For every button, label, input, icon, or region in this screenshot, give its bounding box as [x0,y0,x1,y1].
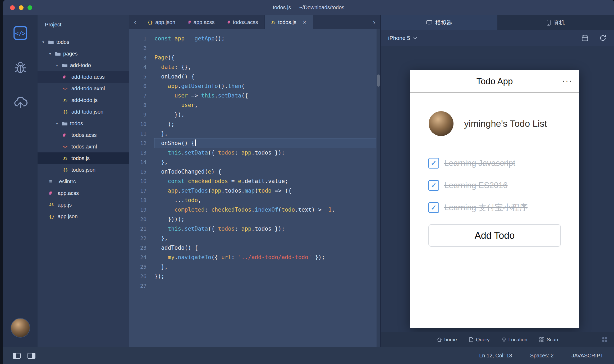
code-text: ); [154,119,376,129]
tree-folder-todos[interactable]: ▾todos [38,118,129,129]
tree-file-.eslintrc[interactable]: ≡.eslintrc [38,176,129,187]
code-line-12[interactable]: 12 onShow() { [129,138,380,148]
code-line-11[interactable]: 11 }, [129,129,380,138]
code-text: }))); [154,214,376,224]
code-line-4[interactable]: 4 data: {}, [129,62,380,72]
js-file-icon: JS [63,98,71,102]
calendar-icon[interactable] [581,35,588,41]
tree-item-label: add-todo.axml [71,86,105,92]
tab-label: app.json [155,19,175,25]
tab-app.json[interactable]: {}app.json [141,15,182,29]
toggle-sidebar-button[interactable] [13,353,21,359]
tree-file-app.js[interactable]: JSapp.js [38,199,129,211]
code-text: }, [154,129,376,138]
code-text: }, [154,157,376,167]
todo-checkbox[interactable]: ✓ [428,180,439,191]
traffic-lights [10,5,32,10]
todo-checkbox[interactable]: ✓ [428,202,439,213]
tab-todos.acss[interactable]: #todos.acss [221,15,265,29]
chevron-down-icon[interactable]: ▾ [56,63,62,67]
tree-file-app.acss[interactable]: #app.acss [38,187,129,199]
code-line-19[interactable]: 19 completed: checkedTodos.indexOf(todo.… [129,205,380,214]
editor-scrollbar[interactable] [377,29,380,347]
code-line-26[interactable]: 26}); [129,272,380,281]
grid-layout-icon[interactable] [602,337,607,342]
add-todo-button[interactable]: Add Todo [428,224,561,247]
todo-checkbox[interactable]: ✓ [428,158,439,169]
tree-file-add-todo.json[interactable]: {}add-todo.json [38,106,129,118]
cursor-position[interactable]: Ln 12, Col: 13 [479,353,512,359]
code-text: addTodo() { [154,243,376,253]
footer-home-button[interactable]: home [437,337,457,343]
footer-query-button[interactable]: Query [469,337,490,343]
code-line-14[interactable]: 14 }, [129,157,380,167]
close-window-button[interactable] [10,5,15,10]
code-area[interactable]: 1const app = getApp();23Page({4 data: {}… [129,29,380,347]
code-line-22[interactable]: 22 }, [129,234,380,243]
code-line-27[interactable]: 27 [129,281,380,291]
user-avatar[interactable] [11,318,30,338]
debug-bug-icon[interactable] [13,61,27,74]
code-line-8[interactable]: 8 user, [129,100,380,110]
code-line-9[interactable]: 9 }), [129,110,380,119]
tab-app.acss[interactable]: #app.acss [182,15,221,29]
tree-folder-add-todo[interactable]: ▾add-todo [38,59,129,71]
chevron-down-icon[interactable]: ▾ [56,121,62,125]
tab-todos.js[interactable]: JStodos.js× [265,15,313,29]
refresh-button[interactable] [599,34,607,42]
code-line-17[interactable]: 17 app.setTodos(app.todos.map(todo => ({ [129,186,380,195]
code-line-13[interactable]: 13 this.setData({ todos: app.todos }); [129,148,380,157]
zoom-window-button[interactable] [28,5,32,10]
tree-folder-pages[interactable]: ▾pages [38,48,129,59]
code-line-5[interactable]: 5 onLoad() { [129,72,380,81]
scrollbar-thumb[interactable] [377,74,380,87]
code-line-18[interactable]: 18 ...todo, [129,195,380,205]
chevron-down-icon[interactable]: ▾ [49,52,55,56]
device-selector[interactable]: iPhone 5 [388,35,417,41]
tree-file-add-todo.axml[interactable]: <>add-todo.axml [38,83,129,94]
footer-scan-button[interactable]: Scan [539,337,558,343]
indentation[interactable]: Spaces: 2 [530,353,554,359]
code-line-7[interactable]: 7 user => this.setData({ [129,91,380,100]
line-number: 9 [129,110,154,119]
code-line-1[interactable]: 1const app = getApp(); [129,34,380,43]
project-files-icon[interactable]: </> [13,26,28,40]
tree-folder-todos[interactable]: ▾todos [38,36,129,48]
folder-icon [48,40,54,44]
desktop-edge [0,0,3,364]
tabs-scroll-right-button[interactable]: › [368,15,380,29]
code-line-21[interactable]: 21 this.setData({ todos: app.todos }); [129,224,380,234]
simulator-tab-真机[interactable]: 真机 [497,15,614,30]
code-line-25[interactable]: 25 }, [129,262,380,272]
chevron-down-icon[interactable]: ▾ [42,40,48,44]
tree-file-todos.axml[interactable]: <>todos.axml [38,141,129,152]
simulator-tab-模拟器[interactable]: 模拟器 [381,15,497,30]
app-menu-button[interactable]: ··· [562,76,572,85]
code-line-20[interactable]: 20 }))); [129,214,380,224]
main-area: </> Project ▾todos▾pages▾add-todo#add-to… [3,15,614,347]
tree-file-app.json[interactable]: {}app.json [38,211,129,222]
tree-file-todos.acss[interactable]: #todos.acss [38,129,129,141]
app-header: Todo App ··· [410,70,579,92]
tree-file-add-todo.acss[interactable]: #add-todo.acss [38,71,129,83]
tree-file-todos.js[interactable]: JStodos.js [38,152,129,164]
code-line-16[interactable]: 16 const checkedTodos = e.detail.value; [129,176,380,186]
code-line-6[interactable]: 6 app.getUserInfo().then( [129,81,380,91]
tree-file-add-todo.js[interactable]: JSadd-todo.js [38,94,129,106]
toggle-panel-button[interactable] [28,353,35,359]
footer-location-button[interactable]: Location [502,337,528,343]
minimize-window-button[interactable] [19,5,24,10]
tabs-scroll-left-button[interactable]: ‹ [129,15,141,29]
code-line-10[interactable]: 10 ); [129,119,380,129]
tree-file-todos.json[interactable]: {}todos.json [38,164,129,176]
close-tab-icon[interactable]: × [303,19,306,25]
cloud-upload-icon[interactable] [13,95,28,109]
code-line-23[interactable]: 23 addTodo() { [129,243,380,253]
code-line-24[interactable]: 24 my.navigateTo({ url: '../add-todo/add… [129,253,380,262]
svg-text:</>: </> [15,30,25,37]
code-line-2[interactable]: 2 [129,43,380,53]
todo-text: Learning ES2016 [444,181,508,190]
code-line-3[interactable]: 3Page({ [129,53,380,62]
code-line-15[interactable]: 15 onTodoChanged(e) { [129,167,380,176]
language-mode[interactable]: JAVASCRIPT [572,353,603,359]
